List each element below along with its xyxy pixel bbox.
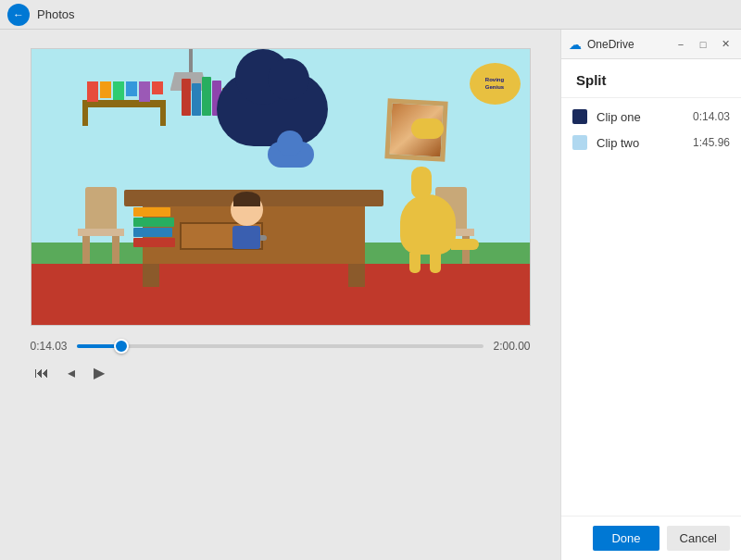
back-icon: ← — [13, 8, 24, 21]
play-button[interactable]: ▶ — [90, 360, 108, 385]
onedrive-titlebar: ☁ OneDrive − □ ✕ — [561, 30, 741, 59]
video-scene: Roving Genius — [31, 49, 530, 325]
main-content: Roving Genius — [0, 30, 741, 560]
boy-character — [231, 193, 263, 249]
clip-name-1: Clip one — [597, 110, 684, 124]
floor-red — [31, 264, 530, 325]
dinosaur-character — [400, 194, 456, 255]
maximize-button[interactable]: □ — [695, 36, 711, 53]
timeline-handle[interactable] — [114, 339, 129, 354]
roving-genius-logo: Roving Genius — [470, 63, 521, 105]
app-title: Photos — [37, 7, 74, 21]
close-button[interactable]: ✕ — [717, 36, 734, 53]
shelf-blocks — [87, 81, 163, 102]
split-footer: Done Cancel — [561, 516, 741, 560]
clip-color-1 — [572, 109, 587, 124]
clip-name-2: Clip two — [597, 136, 684, 150]
title-bar: ← Photos — [0, 0, 741, 30]
back-button[interactable]: ← — [7, 4, 30, 26]
timeline-track[interactable] — [77, 344, 484, 348]
thought-cloud-small — [268, 142, 314, 168]
clip-list: Clip one 0:14.03 Clip two 1:45.96 — [561, 98, 741, 516]
done-button[interactable]: Done — [593, 526, 659, 551]
prev-frame-button[interactable]: ◂ — [64, 360, 79, 385]
cancel-button[interactable]: Cancel — [667, 526, 730, 551]
video-controls: 0:14.03 2:00.00 ⏮ ◂ ▶ — [31, 340, 531, 385]
onedrive-icon: ☁ — [569, 37, 582, 52]
total-time: 2:00.00 — [493, 340, 530, 353]
clip-color-2 — [572, 135, 587, 150]
shelf-bracket-right — [160, 107, 166, 126]
shelf-bracket-left — [82, 107, 88, 126]
thought-cloud-dark — [217, 72, 328, 146]
minimize-button[interactable]: − — [672, 36, 689, 53]
video-area: Roving Genius — [0, 30, 560, 560]
video-player[interactable]: Roving Genius — [31, 48, 531, 326]
timeline-row: 0:14.03 2:00.00 — [31, 340, 531, 353]
rewind-button[interactable]: ⏮ — [31, 361, 53, 385]
clip-duration-2: 1:45.96 — [693, 136, 730, 149]
desk-book-stack — [133, 207, 175, 247]
clip-item-2: Clip two 1:45.96 — [572, 135, 730, 150]
clip-duration-1: 0:14.03 — [693, 110, 730, 123]
chair-left — [78, 190, 124, 264]
split-heading: Split — [561, 59, 741, 98]
right-panel: ☁ OneDrive − □ ✕ Split Clip one 0:14.03 … — [560, 30, 741, 560]
clip-item-1: Clip one 0:14.03 — [572, 109, 730, 124]
onedrive-title: OneDrive — [587, 38, 667, 51]
current-time: 0:14.03 — [31, 340, 68, 353]
playback-controls: ⏮ ◂ ▶ — [31, 360, 531, 385]
